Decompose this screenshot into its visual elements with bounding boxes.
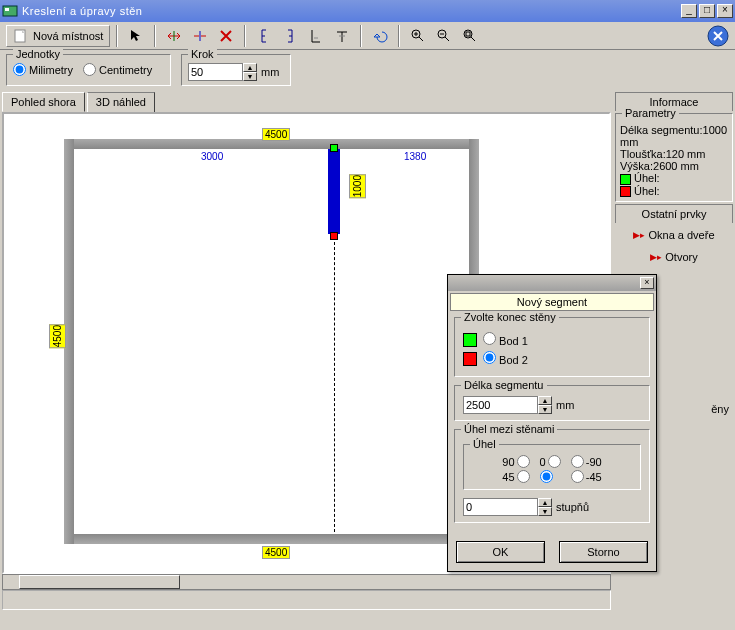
expand-icon: ▶▸	[650, 252, 662, 262]
undo-button[interactable]	[368, 25, 392, 47]
dim-seg2: 1380	[402, 151, 428, 162]
thick-val: 120 mm	[666, 148, 706, 160]
seg-len-down[interactable]: ▼	[538, 405, 552, 414]
step-spinner[interactable]: ▲▼	[188, 63, 257, 81]
angle-neg45[interactable]: -45	[571, 470, 602, 483]
expand-icon: ▶▸	[633, 230, 645, 240]
angle-custom-spinner[interactable]: ▲▼	[463, 498, 552, 516]
units-mm-radio[interactable]	[13, 63, 26, 76]
zoom-out-button[interactable]	[432, 25, 456, 47]
bracket-left-icon	[256, 28, 272, 44]
openings-link[interactable]: ▶▸Otvory	[615, 247, 733, 267]
step-down[interactable]: ▼	[243, 72, 257, 81]
step-group: Krok ▲▼ mm	[181, 54, 291, 86]
step-up[interactable]: ▲	[243, 63, 257, 72]
step-legend: Krok	[188, 48, 217, 60]
pointer-tool-button[interactable]	[124, 25, 148, 47]
units-group: Jednotky Milimetry Centimetry	[6, 54, 171, 86]
len-label: Délka segmentu:	[620, 124, 703, 136]
angle-unit: stupňů	[556, 501, 589, 513]
pt1-radio[interactable]	[483, 332, 496, 345]
h-scrollbar[interactable]	[2, 574, 611, 590]
measure-l-button[interactable]	[304, 25, 328, 47]
app-icon	[2, 3, 18, 19]
add-segment-button[interactable]	[162, 25, 186, 47]
handle-end[interactable]	[330, 232, 338, 240]
settings-row: Jednotky Milimetry Centimetry Krok ▲▼ mm	[0, 50, 735, 90]
add-segment-icon	[166, 28, 182, 44]
svg-point-5	[464, 30, 472, 38]
angle-90[interactable]: 90	[502, 455, 529, 468]
zoom-in-button[interactable]	[406, 25, 430, 47]
delete-segment-button[interactable]	[214, 25, 238, 47]
zoom-fit-button[interactable]	[458, 25, 482, 47]
angle-45[interactable]: 45	[502, 470, 529, 483]
bracket-right-button[interactable]	[278, 25, 302, 47]
zoom-fit-icon	[462, 28, 478, 44]
pt2-color	[463, 352, 477, 366]
minimize-button[interactable]: _	[681, 4, 697, 18]
seg-len-input[interactable]	[463, 396, 538, 414]
tab-3d-view[interactable]: 3D náhled	[87, 92, 155, 112]
other-title: Ostatní prvky	[615, 204, 733, 223]
angle-custom-radio[interactable]	[540, 470, 561, 483]
thick-label: Tloušťka:	[620, 148, 666, 160]
dim-left: 4500	[49, 324, 66, 348]
zoom-in-icon	[410, 28, 426, 44]
tab-top-view[interactable]: Pohled shora	[2, 92, 85, 112]
dialog-titlebar[interactable]: ×	[448, 275, 656, 291]
segment-length-group: Délka segmentu ▲▼ mm	[454, 385, 650, 421]
h-scroll-thumb[interactable]	[19, 575, 180, 589]
close-button[interactable]: ×	[717, 4, 733, 18]
cancel-button[interactable]: Storno	[559, 541, 648, 563]
dialog-close-button[interactable]: ×	[640, 277, 654, 289]
angle-custom-input[interactable]	[463, 498, 538, 516]
dim-blue: 1000	[349, 174, 366, 198]
close-panel-icon[interactable]	[707, 25, 729, 47]
new-room-button[interactable]: Nová místnost	[6, 25, 110, 47]
angle-up[interactable]: ▲	[538, 498, 552, 507]
wall-bottom[interactable]	[64, 534, 479, 544]
seg-len-spinner[interactable]: ▲▼	[463, 396, 552, 414]
maximize-button[interactable]: □	[699, 4, 715, 18]
seg-len-legend: Délka segmentu	[461, 379, 547, 391]
measure-t-icon	[334, 28, 350, 44]
pt2-radio[interactable]	[483, 351, 496, 364]
angle-neg90[interactable]: -90	[571, 455, 602, 468]
seg-len-unit: mm	[556, 399, 574, 411]
svg-rect-1	[5, 8, 9, 11]
angle-down[interactable]: ▼	[538, 507, 552, 516]
blue-wall-segment[interactable]	[328, 149, 340, 234]
angle-sub-legend: Úhel	[470, 438, 499, 450]
wall-end-group: Zvolte konec stěny Bod 1 Bod 2	[454, 317, 650, 377]
units-mm-option[interactable]: Milimetry	[13, 63, 73, 76]
seg-len-up[interactable]: ▲	[538, 396, 552, 405]
pt2-option[interactable]: Bod 2	[483, 351, 528, 366]
svg-rect-6	[466, 32, 470, 36]
measure-t-button[interactable]	[330, 25, 354, 47]
pt1-color	[463, 333, 477, 347]
units-legend: Jednotky	[13, 48, 63, 60]
angle-color-1	[620, 174, 631, 185]
split-segment-button[interactable]	[188, 25, 212, 47]
params-legend: Parametry	[622, 107, 679, 119]
split-icon	[192, 28, 208, 44]
pointer-icon	[128, 28, 144, 44]
pt1-option[interactable]: Bod 1	[483, 332, 528, 347]
angle-label-2: Úhel:	[634, 185, 660, 197]
bracket-right-icon	[282, 28, 298, 44]
dialog-title: Nový segment	[450, 293, 654, 311]
height-val: 2600 mm	[653, 160, 699, 172]
angle-inner-group: Úhel 90 0 -90 45 -45	[463, 444, 641, 490]
window-title: Kreslení a úpravy stěn	[22, 5, 681, 17]
angle-0[interactable]: 0	[540, 455, 561, 468]
windows-doors-link[interactable]: ▶▸Okna a dveře	[615, 225, 733, 245]
bracket-left-button[interactable]	[252, 25, 276, 47]
new-segment-dialog: × Nový segment Zvolte konec stěny Bod 1 …	[447, 274, 657, 572]
units-cm-radio[interactable]	[83, 63, 96, 76]
guide-line	[334, 242, 335, 532]
handle-start[interactable]	[330, 144, 338, 152]
ok-button[interactable]: OK	[456, 541, 545, 563]
step-input[interactable]	[188, 63, 243, 81]
units-cm-option[interactable]: Centimetry	[83, 63, 152, 76]
